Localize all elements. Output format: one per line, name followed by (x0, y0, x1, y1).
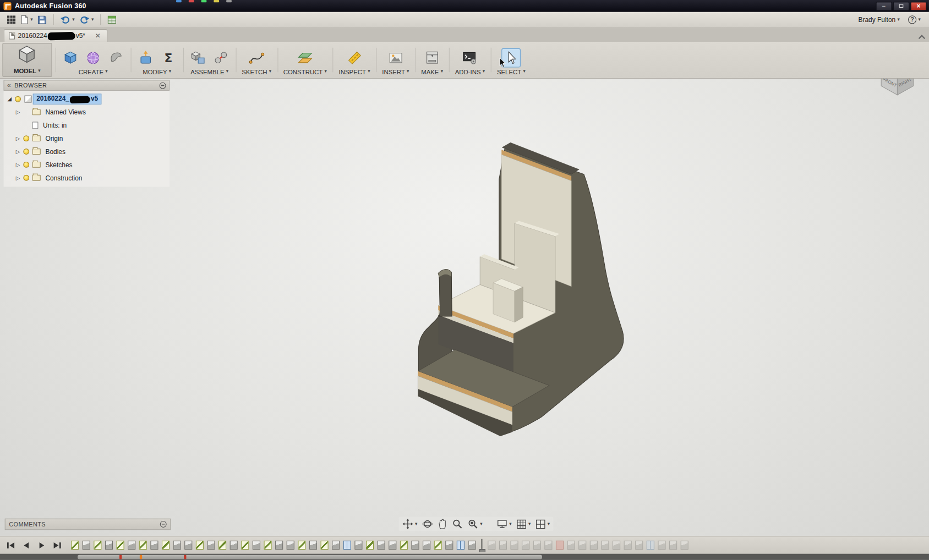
expand-arrow-icon[interactable] (6, 96, 13, 102)
timeline-feature-icon[interactable] (71, 541, 79, 550)
timeline-feature-icon[interactable] (218, 541, 226, 550)
browser-row[interactable]: Bodies (4, 145, 170, 158)
ribbon-menu-inspect[interactable]: INSPECT (339, 68, 370, 75)
zoom-button[interactable] (450, 518, 465, 531)
timeline-scrollbar-thumb[interactable] (78, 554, 542, 559)
timeline-feature-icon[interactable] (275, 541, 283, 550)
timeline-feature-icon[interactable] (343, 541, 351, 550)
timeline-go-start-button[interactable] (5, 540, 17, 551)
timeline-feature-icon[interactable] (511, 541, 518, 550)
timeline-step-back-button[interactable] (20, 540, 32, 551)
browser-row[interactable]: Units: in (4, 119, 170, 132)
new-component-button[interactable] (189, 49, 207, 67)
timeline-feature-icon[interactable] (556, 541, 564, 550)
restore-button[interactable] (893, 2, 909, 10)
pan-button[interactable] (401, 518, 419, 531)
browser-row[interactable]: Origin (4, 132, 170, 145)
model-body[interactable] (418, 142, 624, 436)
timeline-play-button[interactable] (36, 540, 48, 551)
expand-arrow-icon[interactable] (14, 109, 21, 116)
ribbon-menu-addins[interactable]: ADD-INS (455, 68, 485, 75)
timeline-feature-icon[interactable] (139, 541, 147, 550)
timeline-feature-icon[interactable] (366, 541, 374, 550)
browser-root-row[interactable]: 20160224_v5 (4, 92, 170, 106)
ribbon-menu-insert[interactable]: INSERT (382, 68, 409, 75)
timeline-feature-icon[interactable] (309, 541, 317, 550)
browser-row[interactable]: Sketches (4, 158, 170, 171)
timeline-feature-icon[interactable] (264, 541, 271, 550)
visibility-bulb-icon[interactable] (23, 149, 29, 155)
orbit-button[interactable] (420, 518, 435, 531)
timeline-feature-icon[interactable] (434, 541, 442, 550)
timeline-feature-icon[interactable] (647, 541, 654, 550)
display-settings-button[interactable] (495, 518, 513, 531)
timeline-feature-icon[interactable] (423, 541, 430, 550)
timeline-feature-icon[interactable] (578, 541, 586, 550)
timeline-feature-icon[interactable] (332, 541, 340, 550)
timeline-feature-icon[interactable] (94, 541, 101, 550)
timeline-feature-icon[interactable] (378, 541, 385, 550)
create-form-button[interactable] (84, 49, 102, 67)
timeline-feature-icon[interactable] (635, 541, 643, 550)
timeline-feature-icon[interactable] (162, 541, 170, 550)
timeline-feature-icon[interactable] (488, 541, 495, 550)
app-grid-button[interactable] (5, 13, 18, 26)
create-box-button[interactable] (62, 49, 80, 67)
toolbar-collapse-button[interactable] (918, 35, 925, 40)
browser-row[interactable]: Named Views (4, 106, 170, 119)
user-account-menu[interactable]: Brady Fulton (859, 16, 900, 23)
timeline-feature-icon[interactable] (173, 541, 181, 550)
timeline-feature-icon[interactable] (207, 541, 215, 550)
timeline-feature-icon[interactable] (321, 541, 329, 550)
timeline-feature-icon[interactable] (128, 541, 135, 550)
create-sculpt-button[interactable] (107, 49, 125, 67)
visibility-bulb-icon[interactable] (15, 96, 21, 102)
timeline-feature-icon[interactable] (411, 541, 419, 550)
hand-button[interactable] (436, 518, 449, 531)
timeline-feature-icon[interactable] (499, 541, 507, 550)
fit-button[interactable] (466, 518, 484, 531)
expand-arrow-icon[interactable] (14, 162, 21, 168)
timeline-feature-icon[interactable] (150, 541, 158, 550)
timeline-feature-icon[interactable] (468, 541, 476, 550)
timeline-feature-icon[interactable] (230, 541, 238, 550)
timeline-feature-icon[interactable] (445, 541, 453, 550)
parameters-button[interactable]: Σ (160, 49, 178, 67)
timeline-feature-icon[interactable] (613, 541, 620, 550)
timeline-feature-icon[interactable] (196, 541, 204, 550)
timeline-go-end-button[interactable] (51, 540, 63, 551)
browser-collapse-icon[interactable] (7, 82, 11, 89)
measure-button[interactable] (346, 49, 364, 67)
ribbon-menu-select[interactable]: SELECT (497, 68, 526, 75)
timeline-feature-icon[interactable] (83, 541, 90, 550)
timeline-feature-icon[interactable] (624, 541, 632, 550)
timeline-feature-icon[interactable] (669, 541, 677, 550)
browser-row[interactable]: Construction (4, 171, 170, 184)
viewports-button[interactable] (534, 518, 552, 531)
comments-bar[interactable]: COMMENTS (5, 519, 171, 530)
make-button[interactable] (423, 49, 441, 67)
timeline-feature-icon[interactable] (457, 541, 465, 550)
comments-toggle[interactable] (160, 521, 167, 528)
timeline-settings-button[interactable] (917, 540, 929, 551)
grid-snaps-button[interactable] (515, 518, 533, 531)
timeline-feature-icon[interactable] (287, 541, 294, 550)
undo-button[interactable] (58, 13, 77, 26)
ribbon-menu-construct[interactable]: CONSTRUCT (283, 68, 327, 75)
timeline-feature-icon[interactable] (241, 541, 249, 550)
data-panel-button[interactable] (105, 13, 119, 26)
press-pull-button[interactable] (136, 49, 155, 67)
redo-button[interactable] (77, 13, 96, 26)
timeline-feature-icon[interactable] (567, 541, 575, 550)
ribbon-menu-sketch[interactable]: SKETCH (242, 68, 271, 75)
ribbon-menu-assemble[interactable]: ASSEMBLE (190, 68, 228, 75)
timeline-feature-icon[interactable] (400, 541, 408, 550)
timeline-feature-icon[interactable] (658, 541, 665, 550)
insert-button[interactable] (387, 49, 405, 67)
timeline-feature-icon[interactable] (522, 541, 529, 550)
sketch-button[interactable] (248, 49, 266, 67)
visibility-bulb-icon[interactable] (23, 135, 29, 141)
timeline-feature-icon[interactable] (184, 541, 192, 550)
close-button[interactable]: × (910, 2, 926, 10)
timeline-feature-icon[interactable] (354, 541, 362, 550)
